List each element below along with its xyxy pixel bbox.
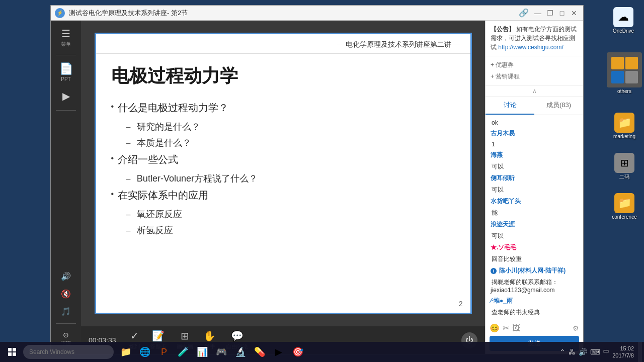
slide: — 电化学原理及技术系列讲座第二讲 — 电极过程动力学 • 什么是电极过程动力学… bbox=[95, 33, 472, 314]
desktop-icon-conference[interactable]: 📁 conference bbox=[607, 191, 641, 222]
main-window: ⚡ 测试谷电化学原理及技术系列讲座- 第2节 🔗 — ❐ □ ✕ ☰ 菜单 📄 bbox=[50, 5, 584, 354]
chat-message-7: 水货吧丫头 bbox=[491, 197, 578, 206]
scissors-button[interactable]: ✂ bbox=[503, 323, 509, 333]
slide-page-number: 2 bbox=[459, 300, 463, 308]
promo-course[interactable]: + 营销课程 bbox=[491, 71, 578, 82]
slide-sub-2-1: – Butler-Voluner方程说了什么？ bbox=[126, 172, 455, 185]
desktop-icons-right: ☁ OneDrive others 📁 marketing ⊞ 二码 📁 bbox=[604, 0, 644, 41]
app-icon: ⚡ bbox=[55, 8, 65, 18]
sidebar-music-button[interactable]: 🎵 bbox=[53, 304, 79, 319]
slide-content: • 什么是电极过程动力学？ – 研究的是什么？ – 本质是什么？ bbox=[96, 96, 470, 245]
chat-message-13: i 陈小川(材料人网-陆干祥) bbox=[491, 266, 578, 275]
sidebar-volume-button[interactable]: 🔊 bbox=[53, 268, 79, 284]
taskbar-app1[interactable]: 🧪 bbox=[174, 343, 192, 361]
start-button[interactable] bbox=[2, 342, 22, 362]
slide-sub-1-2: – 本质是什么？ bbox=[126, 137, 455, 149]
announcement-link[interactable]: http://www.ceshigu.com/ bbox=[498, 44, 563, 51]
taskbar-app2[interactable]: 📊 bbox=[193, 343, 211, 361]
taskbar-edge[interactable]: 🌐 bbox=[136, 343, 154, 361]
search-input[interactable] bbox=[23, 345, 114, 359]
sidebar-divider-2 bbox=[56, 110, 76, 111]
taskbar-input-icon[interactable]: 中 bbox=[603, 348, 609, 356]
desktop-icon-onedrive[interactable]: ☁ OneDrive bbox=[606, 5, 640, 36]
slide-sub-3-2: – 析氢反应 bbox=[126, 224, 455, 236]
chat-message-3: 海燕 bbox=[491, 151, 578, 159]
slide-title: 电极过程动力学 bbox=[96, 54, 470, 96]
main-content: — 电化学原理及技术系列讲座第二讲 — 电极过程动力学 • 什么是电极过程动力学… bbox=[81, 21, 485, 354]
taskbar-app3[interactable]: 🎮 bbox=[212, 343, 230, 361]
slide-sub-1-1: – 研究的是什么？ bbox=[126, 121, 455, 133]
chat-message-11: ★.ソ毛毛 bbox=[491, 243, 578, 252]
chat-message-5: 侧耳倾听 bbox=[491, 174, 578, 183]
taskbar-notification-icon[interactable]: ⌃ bbox=[559, 348, 566, 356]
close-button[interactable]: ✕ bbox=[569, 8, 579, 18]
announcement-label: 【公告】 bbox=[491, 26, 515, 33]
window-title: 测试谷电化学原理及技术系列讲座- 第2节 bbox=[69, 9, 515, 18]
chat-message-1: 古月木易 bbox=[491, 129, 578, 138]
chat-settings-button[interactable]: ⚙ bbox=[573, 324, 579, 332]
promo-area: + 优惠券 + 营销课程 bbox=[486, 56, 583, 86]
sidebar-menu-button[interactable]: ☰ 菜单 bbox=[53, 25, 79, 51]
collapse-button[interactable]: ∧ bbox=[486, 86, 583, 97]
taskbar-right: ⌃ 🖧 🔊 ⌨ 中 15:02 2017/7/8 bbox=[559, 345, 637, 359]
promo-coupon[interactable]: + 优惠券 bbox=[491, 59, 578, 71]
tab-members[interactable]: 成员(83) bbox=[534, 97, 583, 115]
taskbar-network-icon[interactable]: 🖧 bbox=[569, 348, 576, 356]
taskbar-app5[interactable]: 💊 bbox=[251, 343, 269, 361]
chat-message-6: 可以 bbox=[491, 186, 578, 194]
tab-discussion[interactable]: 讨论 bbox=[486, 97, 534, 115]
chat-message-9: 浪迹天涯 bbox=[491, 220, 578, 229]
chat-message-12: 回音比较重 bbox=[491, 255, 578, 263]
slide-container: — 电化学原理及技术系列讲座第二讲 — 电极过程动力学 • 什么是电极过程动力学… bbox=[81, 21, 485, 326]
chat-message-14: 揭晓老师的联系系邮箱：jiexiao1123@gmail.com bbox=[491, 278, 578, 294]
chat-message-8: 能 bbox=[491, 209, 578, 217]
taskbar-show-desktop[interactable] bbox=[638, 342, 642, 362]
desktop-icon-qrcode[interactable]: ⊞ 二码 bbox=[607, 151, 641, 182]
image-button[interactable]: 🖼 bbox=[512, 324, 520, 333]
sidebar-ppt-button[interactable]: 📄 PPT bbox=[53, 59, 79, 85]
left-sidebar: ☰ 菜单 📄 PPT ▶ 🔊 🔇 bbox=[51, 21, 81, 354]
announcement: 【公告】 如有电化学方面的测试需求，可进入测试谷寻找相应测试 http://ww… bbox=[486, 21, 583, 56]
taskbar-keyboard-icon[interactable]: ⌨ bbox=[590, 348, 600, 356]
taskbar-app6[interactable]: ▶ bbox=[270, 343, 288, 361]
taskbar-file-explorer[interactable]: 📁 bbox=[117, 343, 135, 361]
sidebar-play-button[interactable]: ▶ bbox=[53, 87, 79, 106]
sidebar-divider bbox=[56, 55, 76, 55]
chat-message-4: 可以 bbox=[491, 162, 578, 171]
emoji-button[interactable]: 😊 bbox=[490, 323, 500, 333]
taskbar-app7[interactable]: 🎯 bbox=[289, 343, 307, 361]
taskbar-powerpoint[interactable]: P bbox=[155, 343, 173, 361]
chat-toolbar: 😊 ✂ 🖼 ⚙ bbox=[490, 323, 579, 333]
window-body: ☰ 菜单 📄 PPT ▶ 🔊 🔇 bbox=[51, 21, 583, 354]
slide-sub-3-1: – 氧还原反应 bbox=[126, 208, 455, 220]
slide-header: — 电化学原理及技术系列讲座第二讲 — bbox=[96, 34, 470, 54]
restore-button[interactable]: ❐ bbox=[545, 8, 555, 18]
maximize-button[interactable]: □ bbox=[557, 8, 567, 18]
chat-message-0: ok bbox=[491, 119, 578, 126]
taskbar-volume-icon[interactable]: 🔊 bbox=[579, 348, 587, 356]
window-controls: — ❐ □ ✕ bbox=[533, 8, 579, 18]
taskbar: 📁 🌐 P 🧪 📊 🎮 🔬 💊 ▶ 🎯 ⌃ 🖧 🔊 ⌨ 中 15:02 2017… bbox=[0, 342, 644, 362]
sidebar-audio-button[interactable]: 🔇 bbox=[53, 286, 79, 302]
minimize-button[interactable]: — bbox=[533, 8, 543, 18]
taskbar-clock: 15:02 2017/7/8 bbox=[612, 345, 634, 359]
chat-message-16: 查老师的书太经典 bbox=[491, 308, 578, 317]
taskbar-app4[interactable]: 🔬 bbox=[231, 343, 250, 361]
share-icon[interactable]: 🔗 bbox=[519, 8, 529, 18]
slide-bullet-3: • 在实际体系中的应用 bbox=[111, 189, 455, 202]
right-panel: 【公告】 如有电化学方面的测试需求，可进入测试谷寻找相应测试 http://ww… bbox=[485, 21, 583, 354]
slide-bullet-2: • 介绍一些公式 bbox=[111, 153, 455, 166]
slide-bullet-1: • 什么是电极过程动力学？ bbox=[111, 101, 455, 115]
sidebar-divider-3 bbox=[56, 323, 76, 324]
chat-message-15: ∕-堆●_雨 bbox=[491, 297, 578, 305]
desktop-icon-marketing[interactable]: 📁 marketing bbox=[607, 111, 641, 142]
desktop-icon-others[interactable]: others bbox=[607, 50, 641, 97]
panel-tabs: 讨论 成员(83) bbox=[486, 97, 583, 115]
title-bar: ⚡ 测试谷电化学原理及技术系列讲座- 第2节 🔗 — ❐ □ ✕ bbox=[51, 6, 583, 21]
taskbar-icons: 📁 🌐 P 🧪 📊 🎮 🔬 💊 ▶ 🎯 bbox=[117, 343, 307, 361]
chat-message-10: 可以 bbox=[491, 232, 578, 240]
chat-messages: ok 古月木易 1 海燕 可以 侧耳倾听 bbox=[486, 115, 583, 320]
chat-message-2: 1 bbox=[491, 141, 578, 148]
desktop: ☁ OneDrive others 📁 marketing ⊞ 二码 📁 bbox=[0, 0, 644, 362]
